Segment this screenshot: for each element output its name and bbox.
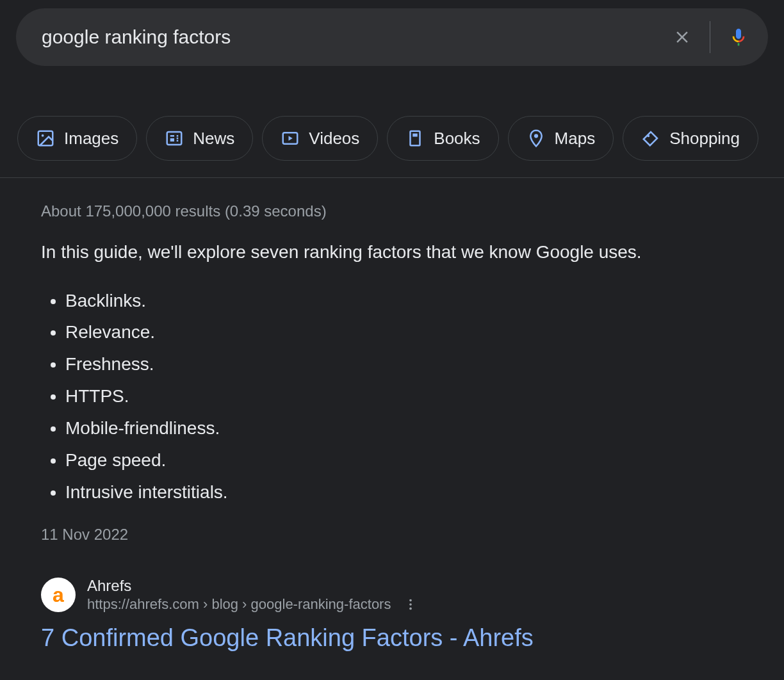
tab-label: Books	[434, 129, 480, 149]
svg-point-1	[42, 134, 44, 137]
tab-label: Maps	[555, 129, 596, 149]
images-icon	[36, 129, 55, 148]
result-title[interactable]: 7 Confirmed Google Ranking Factors - Ahr…	[41, 624, 746, 652]
featured-snippet-intro: In this guide, we'll explore seven ranki…	[41, 239, 746, 266]
tab-label: News	[193, 129, 234, 149]
result-stats: About 175,000,000 results (0.39 seconds)	[41, 202, 746, 220]
news-icon	[165, 129, 184, 148]
tab-label: Images	[64, 129, 118, 149]
tab-books[interactable]: Books	[387, 116, 498, 161]
featured-snippet-date: 11 Nov 2022	[41, 526, 746, 544]
clear-icon[interactable]	[673, 28, 692, 47]
svg-rect-4	[170, 138, 174, 142]
books-icon	[405, 129, 425, 148]
svg-point-12	[648, 134, 650, 137]
search-result: a Ahrefs https://ahrefs.com › blog › goo…	[41, 577, 746, 652]
site-url[interactable]: https://ahrefs.com › blog › google-ranki…	[87, 596, 391, 613]
svg-rect-9	[411, 131, 420, 146]
list-item: Freshness.	[65, 348, 746, 380]
list-item: Mobile-friendliness.	[65, 412, 746, 444]
svg-point-15	[410, 608, 412, 610]
tab-images[interactable]: Images	[17, 116, 137, 161]
tab-news[interactable]: News	[146, 116, 253, 161]
list-item: HTTPS.	[65, 380, 746, 412]
tab-videos[interactable]: Videos	[262, 116, 378, 161]
results-area: About 175,000,000 results (0.39 seconds)…	[0, 178, 784, 652]
search-input[interactable]	[42, 26, 673, 48]
tab-label: Videos	[309, 129, 359, 149]
videos-icon	[281, 129, 300, 148]
shopping-icon	[641, 129, 660, 148]
site-url-row: https://ahrefs.com › blog › google-ranki…	[87, 596, 418, 613]
site-name[interactable]: Ahrefs	[87, 577, 418, 595]
list-item: Backlinks.	[65, 285, 746, 317]
svg-rect-10	[413, 134, 418, 137]
featured-snippet-list: Backlinks. Relevance. Freshness. HTTPS. …	[41, 285, 746, 508]
svg-point-13	[410, 599, 412, 602]
site-favicon: a	[41, 578, 76, 612]
tab-shopping[interactable]: Shopping	[623, 116, 758, 161]
result-header: a Ahrefs https://ahrefs.com › blog › goo…	[41, 577, 746, 613]
mic-icon[interactable]	[728, 27, 749, 47]
search-bar	[16, 8, 768, 66]
list-item: Relevance.	[65, 316, 746, 348]
svg-point-14	[410, 604, 412, 606]
list-item: Page speed.	[65, 444, 746, 476]
search-actions	[673, 21, 749, 53]
site-info: Ahrefs https://ahrefs.com › blog › googl…	[87, 577, 418, 613]
search-tabs: Images News Videos	[0, 116, 784, 178]
maps-icon	[527, 129, 546, 148]
more-options-icon[interactable]	[404, 597, 418, 611]
tab-maps[interactable]: Maps	[508, 116, 614, 161]
tab-label: Shopping	[669, 129, 740, 149]
list-item: Intrusive interstitials.	[65, 476, 746, 508]
svg-point-11	[534, 134, 537, 138]
divider	[710, 21, 710, 53]
